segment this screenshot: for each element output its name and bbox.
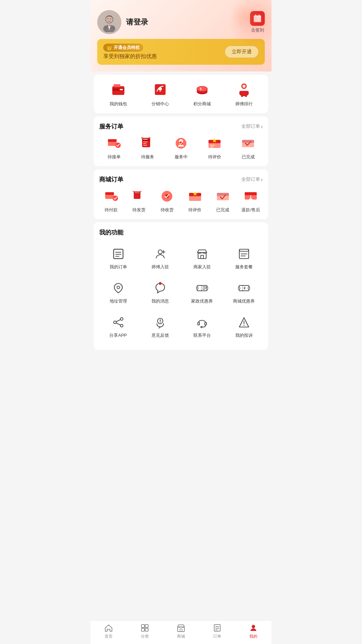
service-order-pending-review[interactable]: 待评价 xyxy=(198,135,231,160)
svg-point-30 xyxy=(115,143,121,148)
service-order-label-4: 已完成 xyxy=(242,154,255,160)
mall-order-pending-eval[interactable]: 待评价 xyxy=(181,188,209,213)
service-order-pending-accept[interactable]: 待接单 xyxy=(97,135,131,160)
svg-rect-13 xyxy=(114,84,120,87)
func-feedback[interactable]: 意见反馈 xyxy=(139,310,181,344)
svg-rect-6 xyxy=(254,15,261,18)
func-share-app[interactable]: 分享APP xyxy=(97,310,139,344)
service-order-in-service[interactable]: 服务中 xyxy=(164,135,198,160)
mall-orders-section: 商城订单 全部订单 待付款 xyxy=(94,169,268,219)
svg-point-82 xyxy=(238,287,240,289)
mall-orders-all[interactable]: 全部订单 xyxy=(241,176,263,183)
func-label-10: 联系平台 xyxy=(193,332,211,338)
svg-point-76 xyxy=(206,287,208,289)
mall-coupon-icon: ¥ xyxy=(237,281,251,296)
func-label-2: 商家入驻 xyxy=(193,264,211,270)
svg-rect-26 xyxy=(241,96,243,97)
func-label-8: 分享APP xyxy=(109,332,127,338)
share-app-icon xyxy=(111,315,126,330)
func-address[interactable]: 地址管理 xyxy=(97,275,139,310)
svg-rect-49 xyxy=(140,191,141,192)
func-my-orders[interactable]: 我的订单 xyxy=(97,241,139,275)
quick-label-master: 师傅排行 xyxy=(235,101,253,107)
points-icon: ¥ xyxy=(193,81,211,98)
svg-rect-29 xyxy=(108,139,117,142)
service-orders-all[interactable]: 全部订单 xyxy=(241,123,263,130)
svg-rect-67 xyxy=(201,255,203,259)
svg-point-15 xyxy=(159,87,162,91)
quick-label-wallet: 我的钱包 xyxy=(110,101,127,107)
svg-point-97 xyxy=(201,326,202,328)
func-label-3: 服务套餐 xyxy=(235,264,253,270)
service-order-label-3: 待评价 xyxy=(208,154,221,160)
mall-order-pending-pay[interactable]: 待付款 xyxy=(97,188,125,213)
func-service-package[interactable]: 服务套餐 xyxy=(223,241,265,275)
func-complaint[interactable]: 我的投诉 xyxy=(223,310,265,344)
svg-rect-69 xyxy=(239,249,249,251)
member-banner[interactable]: 👑 开通会员特权 享受到独家的折扣优惠 立即开通 xyxy=(97,39,265,65)
quick-item-wallet[interactable]: 我的钱包 xyxy=(97,81,139,107)
avatar[interactable] xyxy=(97,10,121,34)
completed-icon xyxy=(240,135,256,151)
checkin-button[interactable]: 去签到 xyxy=(250,11,265,33)
mall-pending-receive-icon xyxy=(159,188,175,204)
svg-rect-56 xyxy=(217,193,229,196)
svg-rect-95 xyxy=(198,322,199,325)
svg-rect-7 xyxy=(254,15,261,17)
svg-rect-34 xyxy=(148,137,150,139)
svg-point-3 xyxy=(108,18,109,19)
mall-orders-title: 商城订单 xyxy=(99,175,123,183)
svg-rect-12 xyxy=(120,89,123,90)
service-order-completed[interactable]: 已完成 xyxy=(231,135,265,160)
func-mall-coupon[interactable]: ¥ 商城优惠券 xyxy=(223,275,265,310)
quick-label-points: 积分商城 xyxy=(193,101,211,107)
svg-point-72 xyxy=(117,286,120,289)
quick-item-master[interactable]: 师傅排行 xyxy=(223,81,265,107)
svg-text:¥: ¥ xyxy=(244,286,246,290)
quick-item-points[interactable]: ¥ 积分商城 xyxy=(181,81,223,107)
master-icon xyxy=(235,81,253,98)
svg-rect-58 xyxy=(245,192,257,195)
svg-rect-27 xyxy=(245,96,247,97)
svg-point-99 xyxy=(243,325,244,326)
svg-line-94 xyxy=(159,327,160,328)
service-order-pending-service[interactable]: 待服务 xyxy=(131,135,164,160)
login-prompt[interactable]: 请登录 xyxy=(126,17,148,27)
func-home-coupon[interactable]: 家政优惠券 xyxy=(181,275,223,310)
member-info: 👑 开通会员特权 享受到独家的折扣优惠 xyxy=(103,44,157,60)
wallet-icon xyxy=(110,81,127,98)
quick-item-distribution[interactable]: 分销中心 xyxy=(139,81,181,107)
svg-point-87 xyxy=(120,324,123,327)
service-orders-section: 服务订单 全部订单 待接单 xyxy=(94,116,268,166)
member-tag: 👑 开通会员特权 xyxy=(103,44,143,52)
func-merchant-join[interactable]: 商家入驻 xyxy=(181,241,223,275)
func-label-0: 我的订单 xyxy=(110,264,127,270)
func-master-join[interactable]: 师傅入驻 xyxy=(139,241,181,275)
mall-order-pending-receive[interactable]: 待收货 xyxy=(153,188,181,213)
func-my-message[interactable]: 我的消息 xyxy=(139,275,181,310)
func-label-9: 意见反馈 xyxy=(152,332,169,338)
mall-order-refund[interactable]: 退款/售后 xyxy=(237,188,265,213)
func-contact[interactable]: 联系平台 xyxy=(181,310,223,344)
feedback-icon xyxy=(153,315,168,330)
mall-order-done[interactable]: 已完成 xyxy=(209,188,237,213)
svg-rect-48 xyxy=(133,191,134,192)
service-order-label-0: 待接单 xyxy=(108,154,121,160)
my-orders-icon xyxy=(111,247,126,261)
svg-point-45 xyxy=(113,196,118,201)
service-package-icon xyxy=(237,247,251,261)
mall-pending-ship-icon xyxy=(131,188,147,204)
svg-rect-5 xyxy=(254,15,261,22)
mall-refund-icon xyxy=(243,188,259,204)
mall-order-label-1: 待发货 xyxy=(132,207,145,213)
func-label-6: 家政优惠券 xyxy=(191,298,213,304)
home-coupon-icon xyxy=(195,281,209,296)
service-order-label-1: 待服务 xyxy=(141,154,154,160)
quick-icons-section: 我的钱包 分销中心 xyxy=(94,75,268,113)
mall-order-label-0: 待付款 xyxy=(105,207,118,213)
member-open-button[interactable]: 立即开通 xyxy=(225,46,259,58)
mall-order-label-3: 待评价 xyxy=(188,207,201,213)
mall-order-pending-ship[interactable]: 待发货 xyxy=(125,188,153,213)
pending-review-icon xyxy=(206,135,223,151)
distribution-icon xyxy=(152,81,169,98)
